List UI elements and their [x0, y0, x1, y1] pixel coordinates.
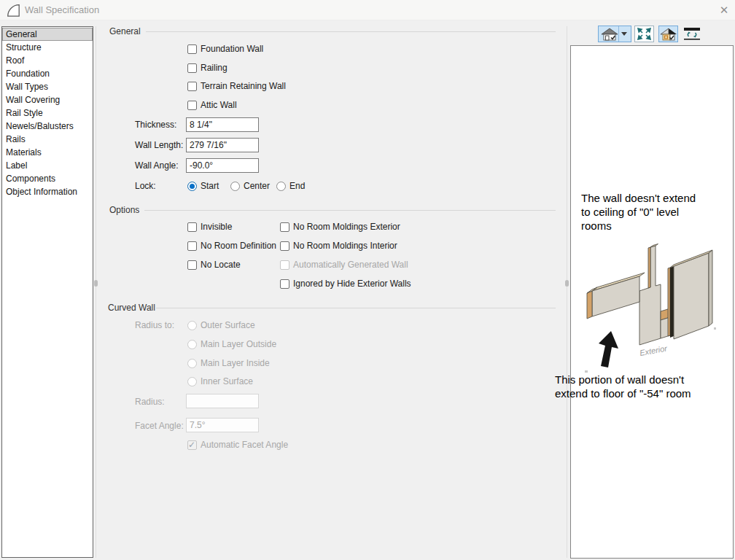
- radius-to-label: Radius to:: [135, 319, 174, 331]
- annotation-line: This portion of wall doesn't: [555, 373, 735, 386]
- checkbox-icon: [280, 260, 289, 270]
- right-splitter[interactable]: [567, 26, 567, 558]
- annotation-line: The wall doesn't extend: [581, 191, 724, 205]
- checkbox-icon: [280, 222, 289, 232]
- thickness-input[interactable]: [186, 117, 259, 132]
- checkbox-label: No Locate: [201, 260, 241, 270]
- checkbox-icon: [280, 241, 289, 251]
- checkbox-ignored-by-hide-exterior-walls[interactable]: Ignored by Hide Exterior Walls: [280, 278, 411, 289]
- fill-window-button[interactable]: [634, 26, 654, 42]
- sidebar-item-foundation[interactable]: Foundation: [2, 67, 93, 80]
- radius-input: [186, 394, 259, 408]
- exterior-label: Exterior: [639, 343, 669, 357]
- split-button-divider: [618, 26, 619, 42]
- checkbox-invisible[interactable]: Invisible: [187, 221, 232, 233]
- lock-label: Lock:: [135, 180, 156, 192]
- wall-angle-label: Wall Angle:: [135, 160, 179, 171]
- radio-icon: [230, 182, 240, 191]
- checkbox-no-room-moldings-interior[interactable]: No Room Moldings Interior: [280, 240, 397, 252]
- facet-angle-label: Facet Angle:: [135, 420, 184, 432]
- sidebar-item-rails[interactable]: Rails: [2, 133, 93, 146]
- arc-tool-icon: [6, 3, 20, 18]
- sidebar-item-wall-types[interactable]: Wall Types: [2, 80, 93, 93]
- window-title: Wall Specification: [25, 4, 99, 15]
- sidebar-item-label[interactable]: Label: [2, 159, 93, 172]
- checkbox-label: Railing: [201, 63, 228, 73]
- section-line: [156, 308, 556, 308]
- checkbox-label: Automatically Generated Wall: [293, 260, 408, 270]
- checkbox-icon: [187, 440, 197, 450]
- sidebar-item-wall-covering[interactable]: Wall Covering: [2, 93, 93, 106]
- sidebar-item-materials[interactable]: Materials: [2, 146, 93, 159]
- checkbox-railing[interactable]: Railing: [187, 62, 228, 74]
- category-list: General Structure Roof Foundation Wall T…: [1, 26, 93, 558]
- annotation-top: The wall doesn't extend to ceiling of "0…: [581, 191, 724, 233]
- sidebar-item-object-information[interactable]: Object Information: [2, 185, 93, 198]
- checkbox-label: No Room Moldings Interior: [293, 241, 397, 251]
- radio-label: End: [289, 181, 305, 191]
- wall-angle-input[interactable]: [186, 158, 259, 173]
- facet-angle-input: [186, 418, 259, 432]
- checkbox-icon: [187, 63, 197, 73]
- sidebar-item-roof[interactable]: Roof: [2, 54, 93, 67]
- radio-icon: [187, 182, 197, 191]
- left-splitter[interactable]: [96, 26, 96, 558]
- radio-label: Outer Surface: [201, 320, 255, 330]
- radio-lock-start[interactable]: Start: [187, 180, 219, 192]
- checkbox-terrain-retaining-wall[interactable]: Terrain Retaining Wall: [187, 80, 286, 92]
- radio-inner-surface: Inner Surface: [187, 376, 253, 387]
- sidebar-item-newels-balusters[interactable]: Newels/Balusters: [2, 120, 93, 133]
- checkbox-label: No Room Definition: [201, 241, 276, 251]
- arrow-annotation: [599, 331, 618, 368]
- checkbox-no-room-moldings-exterior[interactable]: No Room Moldings Exterior: [280, 221, 400, 233]
- color-view-button[interactable]: [658, 26, 678, 42]
- radio-lock-center[interactable]: Center: [230, 180, 270, 192]
- rebuild-refresh-icon: [683, 27, 701, 41]
- checkbox-icon: [187, 222, 197, 232]
- section-title-options: Options: [109, 205, 139, 215]
- title-bar: Wall Specification ✕: [0, 0, 735, 20]
- thickness-label: Thickness:: [135, 119, 176, 131]
- checkbox-automatically-generated-wall: Automatically Generated Wall: [280, 259, 408, 271]
- sidebar-item-components[interactable]: Components: [2, 172, 93, 185]
- radio-label: Main Layer Outside: [201, 339, 276, 349]
- sidebar-item-structure[interactable]: Structure: [2, 41, 93, 54]
- wall-length-label: Wall Length:: [135, 139, 183, 151]
- radio-icon: [276, 182, 286, 191]
- checkbox-label: No Room Moldings Exterior: [293, 222, 400, 232]
- checkbox-icon: [187, 260, 197, 270]
- chevron-down-icon[interactable]: [621, 32, 627, 36]
- checkbox-no-locate[interactable]: No Locate: [187, 259, 241, 271]
- rebuild-preview-button[interactable]: [680, 26, 703, 42]
- wall-length-input[interactable]: [186, 138, 259, 152]
- checkbox-label: Ignored by Hide Exterior Walls: [293, 279, 411, 289]
- radio-lock-end[interactable]: End: [276, 180, 305, 192]
- checkbox-icon: [187, 101, 197, 110]
- checkbox-label: Foundation Wall: [201, 44, 263, 54]
- annotation-bottom: This portion of wall doesn't extend to f…: [555, 373, 735, 400]
- house-check-icon: [601, 28, 618, 41]
- checkbox-icon: [187, 82, 197, 91]
- radio-icon: [187, 359, 197, 368]
- checkbox-attic-wall[interactable]: Attic Wall: [187, 99, 237, 111]
- checkbox-no-room-definition[interactable]: No Room Definition: [187, 240, 276, 252]
- checkbox-icon: [280, 279, 289, 289]
- annotation-line: rooms: [581, 219, 724, 233]
- checkbox-icon: [187, 44, 197, 54]
- sidebar-item-rail-style[interactable]: Rail Style: [2, 106, 93, 120]
- close-icon[interactable]: ✕: [718, 4, 731, 17]
- radio-main-layer-inside: Main Layer Inside: [187, 357, 270, 369]
- standard-view-split-button[interactable]: [598, 26, 631, 42]
- sidebar-item-general[interactable]: General: [2, 28, 93, 41]
- checkbox-label: Terrain Retaining Wall: [201, 81, 286, 91]
- section-line: [144, 210, 556, 211]
- checkbox-foundation-wall[interactable]: Foundation Wall: [187, 43, 263, 55]
- radio-label: Inner Surface: [201, 376, 253, 386]
- radio-label: Start: [201, 181, 219, 191]
- wall-3d-preview-image: Exterior: [575, 241, 729, 379]
- fill-window-arrows-icon: [637, 28, 651, 40]
- annotation-line: extend to floor of "-54" room: [555, 386, 735, 400]
- checkbox-label: Invisible: [201, 222, 232, 232]
- house-color-check-icon: [660, 28, 677, 41]
- radio-icon: [187, 321, 197, 330]
